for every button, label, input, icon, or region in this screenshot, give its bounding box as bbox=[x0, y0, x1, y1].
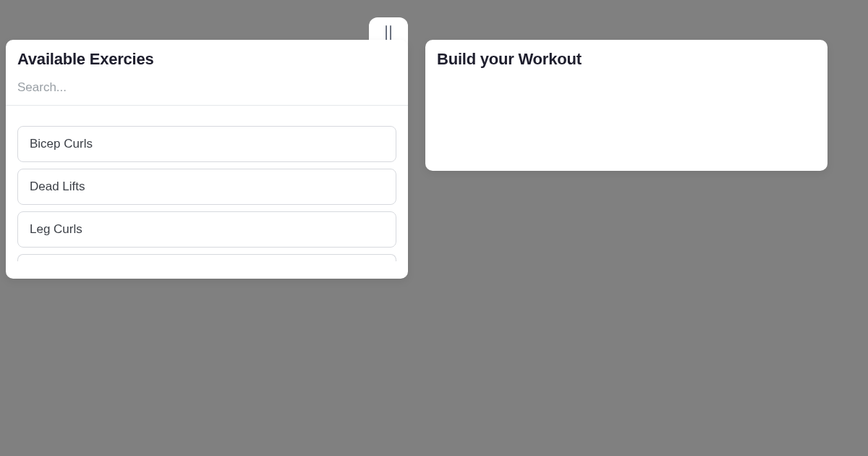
build-workout-title: Build your Workout bbox=[437, 50, 816, 69]
available-exercises-panel: Available Exercies Bicep Curls Dead Lift… bbox=[6, 40, 408, 279]
exercise-label: Dead Lifts bbox=[30, 180, 85, 193]
search-input[interactable] bbox=[17, 80, 396, 95]
build-workout-panel: Build your Workout bbox=[425, 40, 827, 171]
list-item[interactable]: Leg Curls bbox=[17, 211, 396, 248]
search-wrap bbox=[6, 80, 408, 106]
list-item[interactable]: Bicep Curls bbox=[17, 126, 396, 162]
exercise-label: Leg Curls bbox=[30, 222, 82, 236]
panel-header: Available Exercies bbox=[6, 40, 408, 80]
available-exercises-title: Available Exercies bbox=[17, 50, 396, 69]
list-item[interactable]: Dead Lifts bbox=[17, 169, 396, 205]
exercise-label: Bicep Curls bbox=[30, 137, 93, 151]
exercise-list: Bicep Curls Dead Lifts Leg Curls bbox=[6, 106, 408, 261]
list-item[interactable] bbox=[17, 254, 396, 261]
panel-header: Build your Workout bbox=[425, 40, 827, 80]
